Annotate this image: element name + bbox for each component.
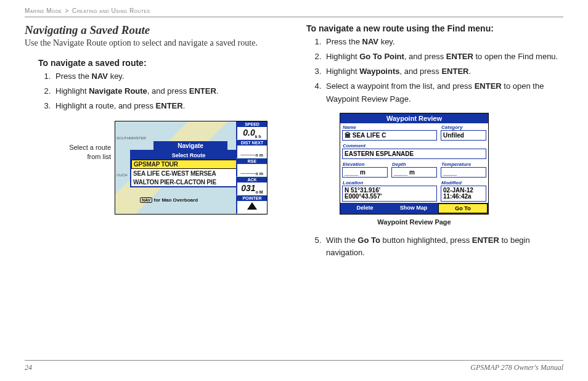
screenshot-select-route: SOUTHMINSTER OUCH Navigate Select Route … — [115, 121, 267, 215]
step-item: Press the NAV key. — [53, 70, 282, 83]
field-name: 🏛 SEA LIFE C — [342, 130, 437, 141]
field-category: Unfiled — [441, 130, 486, 141]
step-item: Highlight Go To Point, and press ENTER t… — [324, 51, 563, 63]
label-depth: Depth — [390, 160, 439, 167]
label-category: Category — [439, 123, 488, 130]
figure-caption: Waypoint Review Page — [340, 218, 489, 226]
goto-button: Go To — [438, 203, 488, 213]
step-item: With the Go To button highlighted, press… — [324, 234, 563, 259]
crumb-sep: > — [65, 7, 69, 14]
data-cell: POINTER — [236, 195, 267, 214]
field-comment: EASTERN ESPLANADE — [342, 149, 486, 159]
crumb-1: Marine Mode — [25, 7, 62, 14]
mob-hint: NAV for Man Overboard — [140, 197, 198, 203]
step-item: Press the NAV key. — [324, 36, 563, 48]
step-item: Highlight a route, and press ENTER. — [53, 100, 282, 112]
section-intro: Use the Navigate Route option to select … — [25, 38, 282, 48]
page-footer: 24 GPSMAP 278 Owner's Manual — [25, 360, 563, 372]
label-comment: Comment — [340, 142, 488, 149]
field-depth: ____ m — [391, 167, 437, 178]
label-location: Location — [340, 179, 439, 186]
data-cell: RSE___o m — [236, 158, 267, 177]
field-temperature: ____ — [441, 167, 486, 178]
screenshot-waypoint-review: Waypoint Review Name Category 🏛 SEA LIFE… — [340, 113, 489, 215]
data-cell: SPEED0.0k h — [236, 121, 267, 140]
delete-button: Delete — [341, 203, 389, 213]
showmap-button: Show Map — [390, 203, 438, 213]
subheading: To navigate a saved route: — [38, 58, 282, 68]
step-item: Highlight Waypoints, and press ENTER. — [324, 65, 563, 78]
breadcrumb: Marine Mode > Creating and Using Routes — [25, 7, 563, 17]
crumb-2: Creating and Using Routes — [72, 7, 150, 14]
label-temperature: Temperature — [439, 160, 488, 167]
label-elevation: Elevation — [340, 160, 390, 167]
label-modified: Modified — [439, 179, 488, 186]
wpr-title: Waypoint Review — [340, 113, 488, 123]
steps-list-right: Press the NAV key.Highlight Go To Point,… — [324, 36, 563, 105]
left-column: Navigating a Saved Route Use the Navigat… — [25, 23, 282, 261]
step-item: Highlight Navigate Route, and press ENTE… — [53, 85, 282, 97]
figure-right: Waypoint Review Name Category 🏛 SEA LIFE… — [340, 113, 563, 215]
data-cell: DIST NEXT___n m — [236, 140, 267, 158]
figure-callout: Select a route from list — [55, 121, 111, 161]
right-data-panel: SPEED0.0k hDIST NEXT___n mRSE___o mACK03… — [236, 121, 267, 214]
steps-list-right-cont: With the Go To button highlighted, press… — [324, 234, 563, 259]
navigate-button: Navigate — [153, 141, 227, 150]
button-row: Delete Show Map Go To — [340, 203, 488, 214]
panel-title: Select Route — [131, 151, 246, 160]
page-number: 24 — [25, 363, 32, 372]
steps-list: Press the NAV key.Highlight Navigate Rou… — [53, 70, 282, 112]
route-row: WALTON PIER-CLACTON PIE — [131, 178, 246, 186]
field-location: N 51°31.916' E000°43.557' — [342, 186, 437, 202]
subheading-right: To navigate a new route using the Find m… — [306, 23, 563, 33]
route-row-selected: GPSMAP TOUR — [131, 160, 246, 169]
right-column: To navigate a new route using the Find m… — [306, 23, 563, 261]
step-item: Select a waypoint from the list, and pre… — [324, 80, 563, 105]
manual-title: GPSMAP 278 Owner's Manual — [470, 363, 563, 372]
data-cell: ACK031o M — [236, 177, 267, 195]
label-name: Name — [340, 123, 439, 130]
field-elevation: ____ m — [342, 167, 388, 178]
select-route-panel: Select Route GPSMAP TOUR SEA LIFE CE-WES… — [130, 150, 247, 187]
route-row: SEA LIFE CE-WEST MERSEA — [131, 169, 246, 178]
section-heading: Navigating a Saved Route — [25, 23, 282, 37]
figure-left: Select a route from list SOUTHMINSTER OU… — [25, 121, 282, 215]
field-modified: 02-JAN-12 11:46:42a — [441, 186, 486, 202]
